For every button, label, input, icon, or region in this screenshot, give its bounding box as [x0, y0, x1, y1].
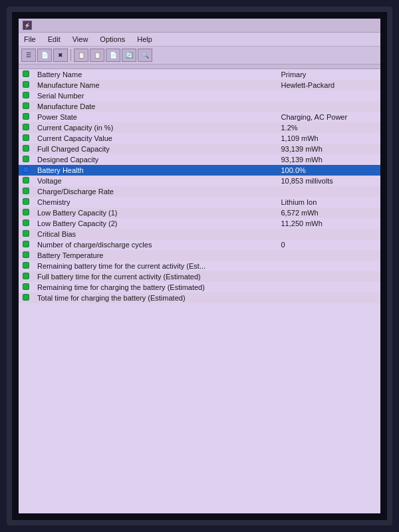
- menu-item-options[interactable]: Options: [97, 34, 128, 45]
- row-icon-cell: [19, 165, 32, 176]
- row-status-icon: [23, 70, 29, 77]
- row-icon-cell: [19, 229, 32, 239]
- toolbar-button-7[interactable]: 🔄: [122, 49, 136, 62]
- row-status-icon: [23, 262, 29, 269]
- toolbar-button-2[interactable]: ✖: [53, 49, 68, 62]
- row-description: Low Battery Capacity (1): [32, 207, 275, 218]
- app-icon: ⚡: [23, 21, 32, 30]
- app-window: ⚡ FileEditViewOptionsHelp ☰📄✖📋📋📄🔄🔍: [19, 19, 380, 513]
- table-row[interactable]: Battery Temperature: [19, 250, 380, 261]
- row-description: Current Capacity Value: [32, 133, 275, 144]
- table-container[interactable]: Battery NamePrimaryManufacture NameHewle…: [19, 65, 380, 513]
- col-header-description[interactable]: [32, 65, 275, 69]
- row-description: Designed Capacity: [32, 154, 275, 165]
- table-row[interactable]: Current Capacity Value1,109 mWh: [19, 133, 380, 144]
- row-description: Battery Health: [32, 165, 275, 176]
- row-icon-cell: [19, 133, 32, 144]
- toolbar-button-5[interactable]: 📋: [90, 49, 104, 62]
- table-row[interactable]: Manufacture Date: [19, 101, 380, 112]
- row-description: Battery Name: [32, 69, 275, 80]
- menu-item-file[interactable]: File: [21, 34, 39, 45]
- row-icon-cell: [19, 218, 32, 229]
- row-status-icon: [23, 294, 29, 301]
- table-row[interactable]: Full Charged Capacity93,139 mWh: [19, 144, 380, 154]
- row-value: 93,139 mWh: [275, 144, 380, 154]
- row-value: 1.2%: [275, 122, 380, 133]
- row-description: Manufacture Date: [32, 101, 275, 112]
- table-row[interactable]: Current Capacity (in %)1.2%: [19, 122, 380, 133]
- row-status-icon: [23, 273, 29, 279]
- row-description: Number of charge/discharge cycles: [32, 239, 275, 250]
- toolbar-button-4[interactable]: 📋: [74, 49, 88, 62]
- row-value: [275, 271, 380, 282]
- row-status-icon: [23, 188, 29, 194]
- row-status-icon: [23, 283, 29, 290]
- toolbar-separator: [70, 49, 71, 61]
- row-icon-cell: [19, 293, 32, 303]
- table-row[interactable]: Battery NamePrimary: [19, 69, 380, 80]
- row-value: 93,139 mWh: [275, 154, 380, 165]
- table-row[interactable]: Battery Health100.0%: [19, 165, 380, 176]
- table-row[interactable]: Low Battery Capacity (2)11,250 mWh: [19, 218, 380, 229]
- row-icon-cell: [19, 261, 32, 271]
- row-icon-cell: [19, 176, 32, 186]
- row-description: Power State: [32, 112, 275, 122]
- row-status-icon: [23, 251, 29, 258]
- row-icon-cell: [19, 271, 32, 282]
- row-value: Primary: [275, 69, 380, 80]
- row-status-icon: [23, 102, 29, 109]
- toolbar-button-1[interactable]: 📄: [37, 49, 52, 62]
- row-status-icon: [23, 134, 29, 141]
- row-icon-cell: [19, 144, 32, 154]
- row-value: [275, 186, 380, 197]
- table-row[interactable]: Designed Capacity93,139 mWh: [19, 154, 380, 165]
- toolbar-button-6[interactable]: 📄: [106, 49, 120, 62]
- table-row[interactable]: Remaining time for charging the battery …: [19, 282, 380, 293]
- row-icon-cell: [19, 186, 32, 197]
- table-row[interactable]: Power StateCharging, AC Power: [19, 112, 380, 122]
- table-row[interactable]: Voltage10,853 millivolts: [19, 176, 380, 186]
- row-value: 1,109 mWh: [275, 133, 380, 144]
- row-status-icon: [23, 92, 29, 98]
- row-status-icon: [23, 209, 29, 215]
- table-row[interactable]: Total time for charging the battery (Est…: [19, 293, 380, 303]
- toolbar-button-0[interactable]: ☰: [21, 49, 36, 62]
- menu-item-view[interactable]: View: [70, 34, 91, 45]
- row-status-icon: [23, 145, 29, 152]
- row-value: [275, 101, 380, 112]
- table-row[interactable]: Serial Number: [19, 90, 380, 101]
- row-status-icon: [23, 230, 29, 237]
- table-row[interactable]: Low Battery Capacity (1)6,572 mWh: [19, 207, 380, 218]
- row-status-icon: [23, 219, 29, 226]
- row-value: [275, 229, 380, 239]
- menu-item-edit[interactable]: Edit: [45, 34, 63, 45]
- row-description: Full Charged Capacity: [32, 144, 275, 154]
- menu-item-help[interactable]: Help: [134, 34, 155, 45]
- row-status-icon: [23, 198, 29, 205]
- table-row[interactable]: Critical Bias: [19, 229, 380, 239]
- row-status-icon: [23, 113, 29, 120]
- row-description: Voltage: [32, 176, 275, 186]
- row-description: Manufacture Name: [32, 80, 275, 90]
- row-status-icon: [23, 177, 29, 184]
- row-status-icon: [23, 241, 29, 247]
- row-icon-cell: [19, 197, 32, 207]
- col-header-value[interactable]: [275, 65, 380, 69]
- row-description: Battery Temperature: [32, 250, 275, 261]
- row-description: Chemistry: [32, 197, 275, 207]
- toolbar-button-8[interactable]: 🔍: [138, 49, 152, 62]
- table-row[interactable]: Remaining battery time for the current a…: [19, 261, 380, 271]
- row-description: Charge/Discharge Rate: [32, 186, 275, 197]
- table-row[interactable]: Manufacture NameHewlett-Packard: [19, 80, 380, 90]
- row-status-icon: [23, 166, 29, 173]
- table-row[interactable]: Charge/Discharge Rate: [19, 186, 380, 197]
- row-value: [275, 90, 380, 101]
- row-icon-cell: [19, 101, 32, 112]
- title-bar: ⚡: [19, 19, 380, 33]
- table-row[interactable]: Full battery time for the current activi…: [19, 271, 380, 282]
- row-description: Total time for charging the battery (Est…: [32, 293, 275, 303]
- table-row[interactable]: Number of charge/discharge cycles0: [19, 239, 380, 250]
- row-status-icon: [23, 81, 29, 88]
- row-value: [275, 282, 380, 293]
- table-row[interactable]: ChemistryLithium Ion: [19, 197, 380, 207]
